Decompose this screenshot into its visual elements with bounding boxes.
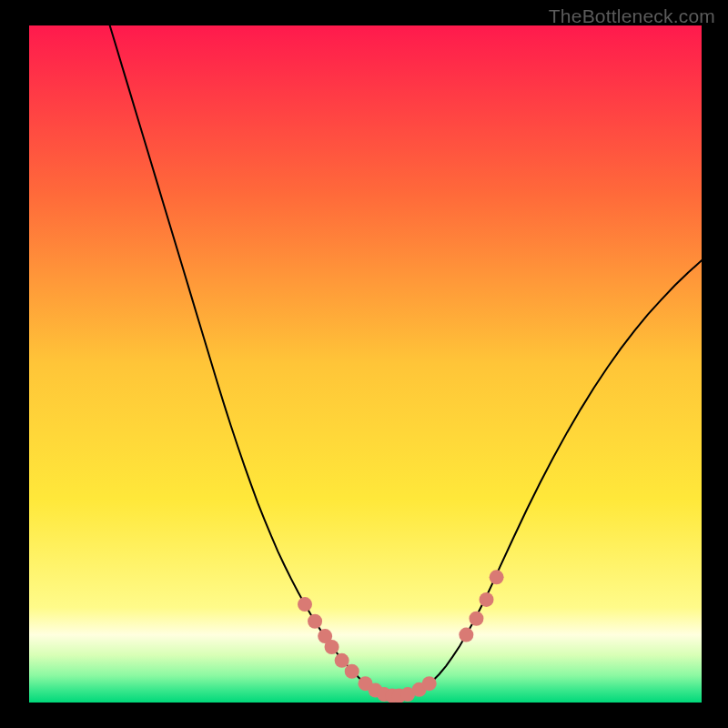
highlight-dot	[345, 664, 359, 679]
plot-area	[29, 25, 702, 703]
highlight-dot	[490, 570, 504, 584]
highlight-dot	[422, 676, 437, 691]
watermark-label: TheBottleneck.com	[549, 5, 715, 27]
chart-svg	[29, 25, 702, 703]
highlight-dot	[480, 592, 494, 607]
highlight-dot	[335, 653, 349, 668]
highlight-dot	[325, 640, 339, 654]
highlight-dot	[298, 597, 312, 612]
gradient-background	[29, 25, 702, 703]
highlight-dot	[469, 612, 483, 626]
highlight-dot	[308, 614, 322, 629]
chart-frame: TheBottleneck.com	[0, 0, 728, 728]
highlight-dot	[459, 628, 473, 642]
